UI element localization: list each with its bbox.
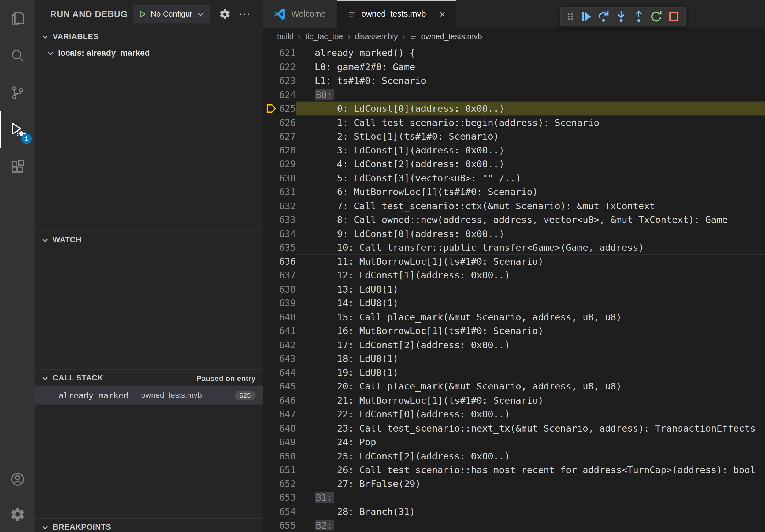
code-text[interactable]: 6: MutBorrowLoc[1](ts#1#0: Scenario) <box>296 185 765 199</box>
step-out-button[interactable] <box>630 8 648 25</box>
tab-owned-tests-mvb[interactable]: owned_tests.mvb ✕ <box>337 0 456 28</box>
breakpoint-gutter[interactable] <box>264 310 279 324</box>
breakpoint-gutter[interactable] <box>264 490 279 504</box>
breakpoint-gutter[interactable] <box>264 74 279 88</box>
code-text[interactable]: L0: game#2#0: Game <box>296 60 765 74</box>
call-stack-section-header[interactable]: CALL STACK Paused on entry <box>35 370 264 386</box>
breakpoint-gutter[interactable] <box>264 185 279 199</box>
code-text[interactable]: 12: LdConst[1](address: 0x00..) <box>296 268 765 282</box>
debug-settings-gear-icon[interactable] <box>219 8 231 20</box>
code-text[interactable]: 11: MutBorrowLoc[1](ts#1#0: Scenario) <box>296 254 765 268</box>
tab-welcome[interactable]: Welcome <box>264 0 337 28</box>
breakpoint-gutter[interactable] <box>264 268 279 282</box>
breakpoint-gutter[interactable] <box>264 240 279 254</box>
code-text[interactable]: B2: <box>296 518 765 532</box>
breakpoint-gutter[interactable] <box>264 421 279 435</box>
code-text[interactable]: 20: Call place_mark(&mut Scenario, addre… <box>296 379 765 393</box>
code-text[interactable]: 25: LdConst[2](address: 0x00..) <box>296 449 765 463</box>
breakpoint-gutter[interactable] <box>264 463 279 476</box>
breakpoint-gutter[interactable] <box>264 504 279 518</box>
breakpoint-gutter[interactable] <box>264 324 279 338</box>
breakpoint-gutter[interactable] <box>264 449 279 463</box>
code-text[interactable]: 26: Call test_scenario::has_most_recent_… <box>296 463 765 476</box>
code-text[interactable]: 21: MutBorrowLoc[1](ts#1#0: Scenario) <box>296 393 765 407</box>
breakpoint-gutter[interactable] <box>264 88 279 102</box>
breakpoint-gutter[interactable] <box>264 296 279 310</box>
code-text[interactable]: 23: Call test_scenario::next_tx(&mut Sce… <box>296 421 765 435</box>
watch-section-header[interactable]: WATCH <box>35 232 264 248</box>
sidebar-item-explorer[interactable] <box>0 0 35 37</box>
debug-current-line-arrow-icon[interactable] <box>264 102 279 116</box>
breadcrumb-item[interactable]: tic_tac_toe <box>305 32 343 41</box>
code-text[interactable]: 24: Pop <box>296 435 765 449</box>
code-text[interactable]: 3: LdConst[1](address: 0x00..) <box>296 143 765 157</box>
breakpoint-gutter[interactable] <box>264 254 279 268</box>
breadcrumb-item[interactable]: build <box>277 32 294 41</box>
breakpoint-gutter[interactable] <box>264 393 279 407</box>
continue-button[interactable] <box>577 8 595 25</box>
more-actions-button[interactable]: ⋯ <box>239 8 250 20</box>
variables-scope-locals[interactable]: locals: already_marked <box>35 45 264 61</box>
code-text[interactable]: 7: Call test_scenario::ctx(&mut Scenario… <box>296 199 765 213</box>
code-text[interactable]: 18: LdU8(1) <box>296 352 765 366</box>
stop-button[interactable] <box>665 8 683 25</box>
breakpoint-gutter[interactable] <box>264 171 279 185</box>
code-text[interactable]: 0: LdConst[0](address: 0x00..) <box>296 102 765 116</box>
code-text[interactable]: 5: LdConst[3](vector<u8>: "" /..) <box>296 171 765 185</box>
breakpoint-gutter[interactable] <box>264 379 279 393</box>
breakpoint-gutter[interactable] <box>264 129 279 143</box>
sidebar-item-run-and-debug[interactable]: 1 <box>0 111 35 148</box>
code-text[interactable]: 17: LdConst[2](address: 0x00..) <box>296 338 765 352</box>
account-button[interactable] <box>0 462 35 497</box>
code-text[interactable]: 10: Call transfer::public_transfer<Game>… <box>296 240 765 254</box>
variables-section-header[interactable]: VARIABLES <box>35 28 264 45</box>
code-text[interactable]: 14: LdU8(1) <box>296 296 765 310</box>
code-text[interactable]: 8: Call owned::new(address, address, vec… <box>296 213 765 227</box>
step-into-button[interactable] <box>612 8 630 25</box>
code-text[interactable]: B1: <box>296 490 765 504</box>
breakpoint-gutter[interactable] <box>264 352 279 366</box>
code-text[interactable]: B0: <box>296 88 765 102</box>
breakpoint-gutter[interactable] <box>264 518 279 532</box>
breakpoint-gutter[interactable] <box>264 143 279 157</box>
sidebar-item-extensions[interactable] <box>0 148 35 185</box>
code-text[interactable]: 27: BrFalse(29) <box>296 476 765 490</box>
breakpoint-gutter[interactable] <box>264 115 279 129</box>
code-text[interactable]: 9: LdConst[0](address: 0x00..) <box>296 226 765 240</box>
breakpoint-gutter[interactable] <box>264 46 279 60</box>
code-text[interactable]: 13: LdU8(1) <box>296 282 765 296</box>
code-text[interactable]: 1: Call test_scenario::begin(address): S… <box>296 115 765 129</box>
debug-config-select[interactable]: No Configur <box>133 5 211 23</box>
sidebar-item-source-control[interactable] <box>0 74 35 111</box>
breakpoint-gutter[interactable] <box>264 407 279 421</box>
code-text[interactable]: 22: LdConst[0](address: 0x00..) <box>296 407 765 421</box>
breadcrumb-item[interactable]: disassembly <box>355 32 398 41</box>
code-text[interactable]: 4: LdConst[2](address: 0x00..) <box>296 157 765 171</box>
code-text[interactable]: 16: MutBorrowLoc[1](ts#1#0: Scenario) <box>296 324 765 338</box>
call-stack-frame[interactable]: already_marked owned_tests.mvb 625 <box>35 386 264 405</box>
breakpoint-gutter[interactable] <box>264 282 279 296</box>
step-over-button[interactable] <box>595 8 612 25</box>
breakpoint-gutter[interactable] <box>264 157 279 171</box>
breakpoint-gutter[interactable] <box>264 213 279 227</box>
code-text[interactable]: 2: StLoc[1](ts#1#0: Scenario) <box>296 129 765 143</box>
breakpoints-section-header[interactable]: BREAKPOINTS <box>35 519 264 532</box>
breakpoint-gutter[interactable] <box>264 199 279 213</box>
sidebar-item-search[interactable] <box>0 37 35 74</box>
code-text[interactable]: 19: LdU8(1) <box>296 366 765 379</box>
breadcrumb-item[interactable]: owned_tests.mvb <box>421 32 482 41</box>
code-text[interactable]: 28: Branch(31) <box>296 504 765 518</box>
breakpoint-gutter[interactable] <box>264 338 279 352</box>
toolbar-drag-handle-icon[interactable] <box>563 12 577 21</box>
code-text[interactable]: L1: ts#1#0: Scenario <box>296 74 765 88</box>
close-tab-icon[interactable]: ✕ <box>439 9 445 19</box>
restart-button[interactable] <box>647 8 665 25</box>
breakpoint-gutter[interactable] <box>264 60 279 74</box>
settings-button[interactable] <box>0 497 35 532</box>
breakpoint-gutter[interactable] <box>264 226 279 240</box>
breakpoint-gutter[interactable] <box>264 435 279 449</box>
code-text[interactable]: already_marked() { <box>296 46 765 60</box>
code-text[interactable]: 15: Call place_mark(&mut Scenario, addre… <box>296 310 765 324</box>
breakpoint-gutter[interactable] <box>264 476 279 490</box>
breakpoint-gutter[interactable] <box>264 366 279 379</box>
